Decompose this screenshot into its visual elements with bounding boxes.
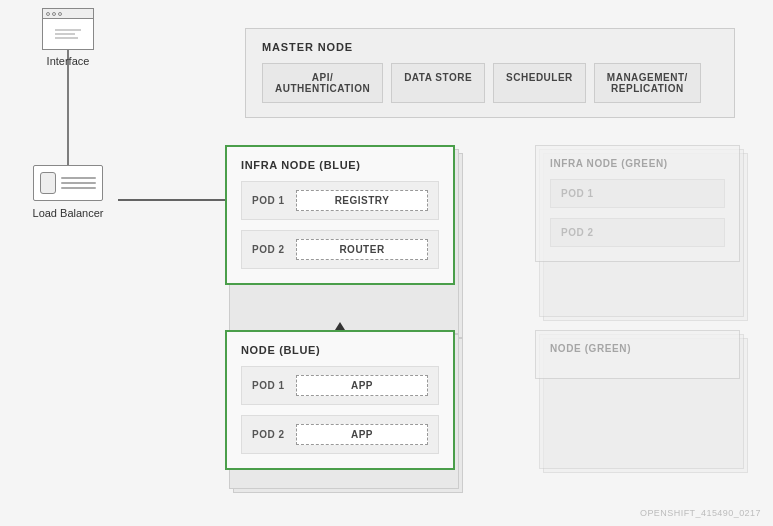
infra-blue-pod-row-2: POD 2 ROUTER [241, 230, 439, 269]
dot-3 [58, 12, 62, 16]
infra-green-pod1-label: POD 1 [561, 188, 594, 199]
node-green-title: NODE (GREEN) [550, 343, 725, 354]
node-blue-pod2-label: POD 2 [252, 429, 288, 440]
infra-blue-pod1-label: POD 1 [252, 195, 288, 206]
interface-section: Interface [28, 8, 108, 67]
node-blue-pod-row-1: POD 1 APP [241, 366, 439, 405]
node-blue-pod1-component: APP [296, 375, 428, 396]
master-item-management: MANAGEMENT/ REPLICATION [594, 63, 701, 103]
node-blue-pod-row-2: POD 2 APP [241, 415, 439, 454]
lb-lines [61, 177, 96, 189]
node-blue-pod2-component: APP [296, 424, 428, 445]
infra-green-pod-row-2: POD 2 [550, 218, 725, 247]
infra-node-blue: INFRA NODE (BLUE) POD 1 REGISTRY POD 2 R… [225, 145, 455, 285]
lb-line-1 [61, 177, 96, 179]
node-blue: NODE (BLUE) POD 1 APP POD 2 APP [225, 330, 455, 470]
infra-green-pod-row-1: POD 1 [550, 179, 725, 208]
infra-blue-pod-row-1: POD 1 REGISTRY [241, 181, 439, 220]
load-balancer-section: Load Balancer [18, 165, 118, 219]
load-balancer-icon [33, 165, 103, 201]
master-node-title: MASTER NODE [262, 41, 718, 53]
lb-line-3 [61, 187, 96, 189]
infra-blue-pod2-component: ROUTER [296, 239, 428, 260]
diagram-container: Interface Load Balancer MASTER NODE API/… [0, 0, 773, 526]
lb-line-2 [61, 182, 96, 184]
master-node-items: API/ AUTHENTICATION DATA STORE SCHEDULER… [262, 63, 718, 103]
master-item-datastore: DATA STORE [391, 63, 485, 103]
master-item-api: API/ AUTHENTICATION [262, 63, 383, 103]
infra-node-green-title: INFRA NODE (GREEN) [550, 158, 725, 169]
lb-cylinder [40, 172, 56, 194]
master-item-scheduler: SCHEDULER [493, 63, 586, 103]
node-blue-pod1-label: POD 1 [252, 380, 288, 391]
node-blue-title: NODE (BLUE) [241, 344, 439, 356]
node-green: NODE (GREEN) [535, 330, 740, 379]
infra-node-blue-title: INFRA NODE (BLUE) [241, 159, 439, 171]
watermark: OPENSHIFT_415490_0217 [640, 508, 761, 518]
infra-blue-pod1-component: REGISTRY [296, 190, 428, 211]
dot-1 [46, 12, 50, 16]
infra-green-pod2-label: POD 2 [561, 227, 594, 238]
master-node: MASTER NODE API/ AUTHENTICATION DATA STO… [245, 28, 735, 118]
infra-blue-pod2-label: POD 2 [252, 244, 288, 255]
infra-node-green: INFRA NODE (GREEN) POD 1 POD 2 [535, 145, 740, 262]
dot-2 [52, 12, 56, 16]
interface-label: Interface [47, 55, 90, 67]
load-balancer-label: Load Balancer [33, 207, 104, 219]
interface-icon [42, 8, 94, 50]
screen-area [43, 19, 93, 49]
